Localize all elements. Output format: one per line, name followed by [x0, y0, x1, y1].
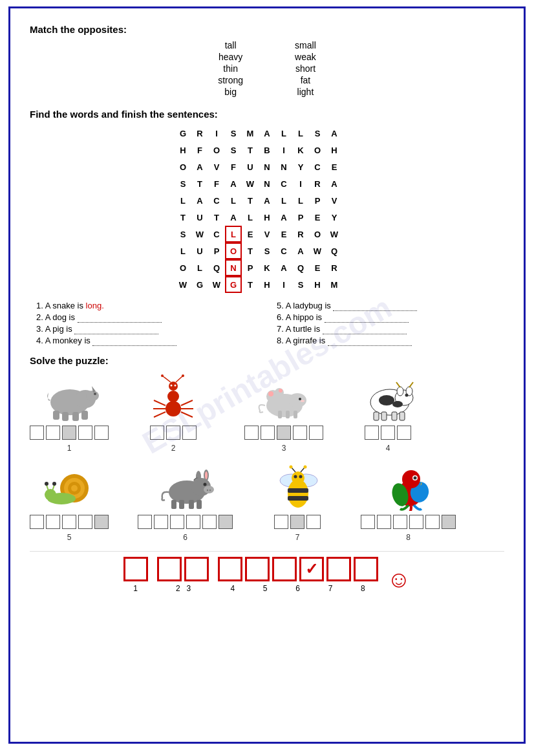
svg-point-37: [379, 395, 394, 405]
rhino-image: [37, 371, 101, 423]
bee-svg: [267, 462, 328, 511]
puzzle-item-cow: 4: [356, 371, 420, 453]
sentence-6: 6. A hippo is: [277, 312, 504, 323]
answer-box-3: [184, 557, 209, 581]
svg-rect-34: [294, 411, 297, 418]
svg-line-55: [52, 485, 54, 491]
svg-point-60: [196, 471, 201, 482]
answer-box-7: [326, 557, 351, 581]
section3-title: Solve the puzzle:: [30, 355, 504, 366]
svg-line-14: [154, 412, 166, 417]
ant-image: [141, 371, 206, 423]
parrot-boxes: [361, 515, 456, 529]
svg-point-65: [207, 489, 208, 490]
svg-point-31: [301, 400, 304, 402]
svg-rect-67: [171, 500, 176, 509]
svg-point-81: [289, 465, 292, 468]
opposites-right: small weak short fat light: [295, 40, 316, 97]
svg-line-80: [301, 468, 304, 472]
sentence-4: 4. A monkey is: [36, 336, 264, 346]
donkey-svg: [155, 462, 216, 511]
puzzle-row-2: 5: [30, 460, 504, 542]
svg-point-10: [167, 391, 179, 402]
sentence-3: 3. A pig is: [36, 324, 264, 334]
donkey-boxes: [138, 515, 233, 529]
cow-svg: [358, 373, 419, 422]
answer-box-6: [272, 557, 297, 581]
svg-rect-69: [189, 500, 194, 509]
svg-rect-70: [197, 500, 202, 509]
svg-line-18: [162, 376, 171, 382]
svg-rect-4: [72, 412, 79, 421]
sentence-8: 8. A girrafe is: [277, 336, 504, 346]
worksheet-page: ESLprintables.com Match the opposites: t…: [8, 6, 526, 744]
svg-line-17: [181, 412, 193, 417]
svg-point-38: [392, 401, 403, 407]
puzzle-item-ant: 2: [141, 371, 206, 453]
svg-point-82: [303, 465, 306, 468]
svg-line-42: [409, 382, 413, 387]
sentence-5: 5. A ladybug is: [277, 301, 504, 311]
svg-line-12: [154, 400, 166, 405]
parrot-svg: [378, 462, 439, 511]
sentence-7: 7. A turtle is: [277, 324, 504, 334]
mouse-boxes: [244, 426, 323, 440]
answer-key-item-23: 2 3: [157, 557, 209, 593]
rhino-boxes: [30, 426, 109, 440]
puzzle-item-parrot: 8: [361, 460, 456, 542]
svg-rect-2: [53, 411, 59, 420]
svg-point-30: [299, 398, 301, 400]
svg-point-6: [86, 391, 99, 401]
svg-point-43: [405, 393, 408, 396]
svg-point-20: [161, 374, 164, 377]
svg-point-88: [414, 476, 417, 479]
section2-title: Find the words and finish the sentences:: [30, 109, 504, 120]
svg-point-64: [204, 486, 214, 493]
svg-point-51: [71, 485, 78, 491]
svg-rect-47: [400, 412, 405, 420]
svg-point-63: [204, 482, 207, 486]
sentence-1: 1. A snake is long.: [36, 301, 264, 311]
mouse-svg: [253, 373, 315, 422]
svg-point-56: [45, 482, 48, 486]
puzzle-row-1: 1: [30, 371, 504, 453]
svg-rect-32: [278, 411, 282, 418]
answer-key-smiley: ☺: [387, 566, 411, 593]
puzzle-item-bee: 7: [265, 460, 330, 542]
svg-point-23: [175, 384, 176, 386]
svg-point-77: [294, 475, 297, 478]
svg-point-29: [279, 389, 283, 393]
svg-point-22: [171, 384, 173, 386]
ant-boxes: [150, 426, 197, 440]
svg-rect-45: [381, 412, 387, 420]
mouse-image: [251, 371, 316, 423]
puzzle-item-rhino: 1: [30, 371, 109, 453]
snail-image: [37, 460, 101, 512]
svg-point-76: [292, 471, 304, 484]
svg-point-57: [52, 482, 56, 486]
svg-point-8: [94, 393, 96, 395]
sentences-area: 1. A snake is long. 5. A ladybug is 2. A…: [36, 301, 504, 346]
svg-line-41: [396, 382, 400, 387]
svg-line-15: [181, 400, 193, 405]
donkey-image: [153, 460, 218, 512]
svg-point-66: [209, 489, 211, 490]
answer-box-2: [157, 557, 182, 581]
svg-point-53: [45, 489, 56, 501]
opposites-table: tall heavy thin strong big small weak sh…: [30, 40, 504, 97]
bee-image: [265, 460, 330, 512]
svg-point-62: [205, 471, 208, 479]
section1-title: Match the opposites:: [30, 24, 504, 35]
rhino-svg: [39, 373, 100, 422]
svg-point-27: [268, 391, 273, 396]
cow-boxes: [365, 426, 411, 440]
sentence-2: 2. A dog is: [36, 312, 264, 323]
svg-rect-33: [286, 411, 290, 418]
puzzle-item-snail: 5: [30, 460, 109, 542]
answer-box-check: ✓: [299, 557, 324, 581]
svg-point-21: [182, 374, 184, 377]
svg-point-78: [299, 475, 302, 478]
svg-rect-3: [62, 412, 69, 421]
svg-point-39: [397, 387, 403, 396]
svg-rect-74: [288, 488, 308, 493]
